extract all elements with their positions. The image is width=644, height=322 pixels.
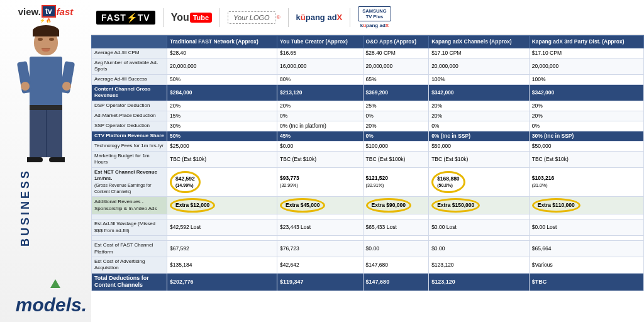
row-value: TBC (Est $100k) (363, 151, 429, 167)
data-table-container[interactable]: Traditional FAST Network (Approx) You Tu… (91, 35, 644, 322)
row-label: DSP Operator Deduction (92, 101, 167, 111)
row-value: $0.00 Lost (529, 219, 643, 236)
row-value: 0% (Inc in SSP) (429, 131, 530, 141)
row-value: 80% (277, 74, 364, 84)
row-value: TBC (Est $10k) (167, 151, 277, 167)
row-value: Extra $45,000 (277, 197, 364, 214)
row-label: Marketing Budget for 1m Hours (92, 151, 167, 167)
person-figure (18, 29, 74, 192)
row-value: $0.00 (277, 141, 364, 151)
row-value: 20% (529, 101, 643, 111)
person-hair (33, 25, 59, 36)
row-value (529, 214, 643, 219)
business-models-label: BUSINESS models. (16, 294, 76, 316)
table-row: Average Ad-fill Success50%80%65%100%100% (92, 74, 644, 84)
row-label: SSP Operator Deduction (92, 121, 167, 131)
row-value: 20,000,000 (363, 58, 429, 75)
row-value: 0% (429, 121, 530, 131)
row-label: Content Channel Gross Revenues (92, 84, 167, 101)
table-row (92, 236, 644, 241)
kapang-adx-logo-header: küpang adX (296, 13, 343, 22)
row-value: $76,723 (277, 241, 364, 257)
left-sidebar: view. tv fast ⚡ 🔥 (0, 0, 91, 322)
row-label: Total Deductions for Content Channels (92, 273, 167, 291)
row-value: 20% (429, 101, 530, 111)
person-body (30, 57, 62, 110)
col-header-kapang-3rd-party: Kapang adX 3rd Party Dist. (Approx) (529, 36, 643, 48)
you-text: You (171, 12, 189, 23)
row-value: 20% (167, 101, 277, 111)
row-value: 50% (167, 74, 277, 84)
row-value: $123,120 (429, 257, 530, 273)
top-header: FAST⚡TV You Tube Your LOGO ® küpang adX (91, 0, 644, 35)
youtube-logo-header: You Tube (171, 12, 213, 23)
row-label: Est Ad-fill Wastage (Missed $$$ from ad-… (92, 219, 167, 236)
row-value: 30% (Inc in SSP) (529, 131, 643, 141)
col-header-kapang-channels: Kapang adX Channels (Approx) (429, 36, 530, 48)
row-value: 20,000,000 (529, 58, 643, 75)
row-value: 0% (363, 131, 429, 141)
row-value: $168,880(50.0%) (429, 167, 530, 197)
row-value: $284,000 (167, 84, 277, 101)
row-value: $0.00 (363, 241, 429, 257)
col-header-oo-apps: O&O Apps (Approx) (363, 36, 429, 48)
table-row: Avg Number of available Ad-Spots20,000,0… (92, 58, 644, 75)
row-value: $202,776 (167, 273, 277, 291)
row-value (277, 214, 364, 219)
fast-text: fast (57, 6, 74, 17)
row-value: $42,592 Lost (167, 219, 277, 236)
table-row: Est Cost of Advertising Acquisition$135,… (92, 257, 644, 273)
row-value: $369,200 (363, 84, 429, 101)
row-value: 100% (429, 74, 530, 84)
person-shoes (27, 157, 65, 162)
row-value: $25,000 (167, 141, 277, 151)
row-value (167, 236, 277, 241)
table-row: DSP Operator Deduction20%20%25%20%20% (92, 101, 644, 111)
your-logo-header: Your LOGO ® (228, 11, 280, 24)
row-value (167, 214, 277, 219)
row-value: 20% (429, 111, 530, 121)
samsung-kapang-logos: SAMSUNGTV Plus küpang adX (358, 6, 391, 28)
row-value: $119,347 (277, 273, 364, 291)
divider-2 (219, 8, 220, 27)
row-value: $147,680 (363, 257, 429, 273)
samsung-tv-plus-badge: SAMSUNGTV Plus (358, 6, 391, 21)
row-value: $16.65 (277, 48, 364, 58)
row-value: $65,433 Lost (363, 219, 429, 236)
brand-logo-area: view. tv fast ⚡ 🔥 (16, 0, 76, 26)
row-value: 100% (529, 74, 643, 84)
row-value: $17.10 CPM (529, 48, 643, 58)
table-row: Average Ad-fill CPM$28.40$16.65$28.40 CP… (92, 48, 644, 58)
row-value: $100,000 (363, 141, 429, 151)
row-value: TBC (Est $10k) (277, 151, 364, 167)
arrow-decoration (50, 279, 62, 289)
row-value: TBC (Est $10k) (429, 151, 530, 167)
row-value: $123,120 (429, 273, 530, 291)
row-value: $50,000 (429, 141, 530, 151)
row-value: $TBC (529, 273, 643, 291)
row-value: 65% (363, 74, 429, 84)
row-value: 0% (Inc in platform) (277, 121, 364, 131)
viewtvfast-logo: view. tv fast (18, 5, 74, 18)
row-value: $42,642 (277, 257, 364, 273)
tube-badge: Tube (190, 13, 212, 23)
row-value: 20% (529, 111, 643, 121)
row-value: TBC (Est $10k) (529, 151, 643, 167)
row-label: Avg Number of available Ad-Spots (92, 58, 167, 75)
row-label: CTV Platform Revenue Share (92, 131, 167, 141)
row-value: Extra $90,000 (363, 197, 429, 214)
row-value: $23,443 Lost (277, 219, 364, 236)
business-models-table: Traditional FAST Network (Approx) You Tu… (91, 35, 644, 291)
row-value: 25% (363, 101, 429, 111)
your-logo-badge: Your LOGO (228, 11, 275, 24)
view-text: view. (18, 6, 41, 17)
row-value (277, 236, 364, 241)
table-row: Marketing Budget for 1m HoursTBC (Est $1… (92, 151, 644, 167)
divider-3 (288, 8, 289, 27)
row-value: $0.00 (429, 241, 530, 257)
row-value: Extra $12,000 (167, 197, 277, 214)
row-value: 20% (363, 121, 429, 131)
registered-mark: ® (277, 14, 280, 20)
row-value: 50% (167, 131, 277, 141)
row-value: $0.00 Lost (429, 219, 530, 236)
